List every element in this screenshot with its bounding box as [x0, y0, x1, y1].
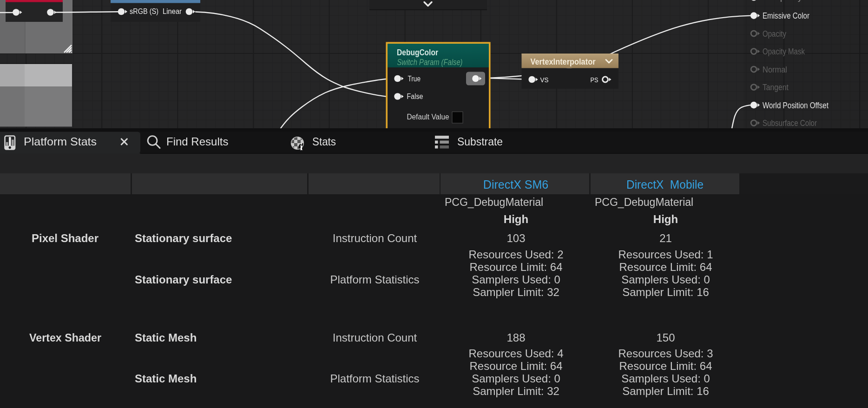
svg-text:Samplers Used: 0: Samplers Used: 0: [621, 273, 710, 286]
svg-text:Platform Stats: Platform Stats: [24, 135, 97, 148]
svg-text:World Position Offset: World Position Offset: [763, 101, 829, 110]
svg-text:Static Mesh: Static Mesh: [135, 331, 197, 344]
svg-text:PCG_DebugMaterial: PCG_DebugMaterial: [595, 196, 693, 208]
svg-text:Linear: Linear: [163, 7, 182, 16]
svg-text:Tangent: Tangent: [763, 83, 789, 92]
svg-text:Switch Param (False): Switch Param (False): [397, 58, 463, 67]
svg-text:sRGB (S): sRGB (S): [130, 7, 158, 16]
svg-text:188: 188: [506, 331, 525, 344]
svg-text:Sampler Limit: 16: Sampler Limit: 16: [622, 385, 709, 397]
svg-text:Opacity: Opacity: [774, 0, 802, 2]
svg-text:PCG_DebugMaterial: PCG_DebugMaterial: [445, 196, 543, 208]
svg-text:High: High: [653, 213, 678, 225]
svg-text:Resource Limit: 64: Resource Limit: 64: [469, 360, 562, 372]
svg-text:Stationary surface: Stationary surface: [135, 273, 232, 286]
svg-text:Normal: Normal: [763, 65, 787, 74]
svg-text:Samplers Used: 0: Samplers Used: 0: [472, 372, 560, 385]
svg-text:Resources Used: 3: Resources Used: 3: [618, 347, 713, 360]
svg-text:Samplers Used: 0: Samplers Used: 0: [472, 273, 560, 286]
svg-text:Opacity Mask: Opacity Mask: [763, 47, 805, 56]
svg-text:Subsurface Color: Subsurface Color: [763, 118, 817, 128]
svg-text:Sampler Limit: 32: Sampler Limit: 32: [473, 286, 559, 298]
svg-text:Resource Limit: 64: Resource Limit: 64: [619, 261, 712, 273]
svg-text:True: True: [408, 75, 421, 83]
svg-text:False: False: [407, 92, 423, 100]
svg-text:21: 21: [659, 232, 672, 244]
svg-text:Sampler Limit: 32: Sampler Limit: 32: [473, 385, 559, 397]
svg-text:VertexInterpolator: VertexInterpolator: [531, 57, 596, 66]
svg-text:Resource Limit: 64: Resource Limit: 64: [619, 360, 712, 372]
svg-text:Emissive Color: Emissive Color: [763, 11, 809, 20]
svg-text:DirectX Mobile: DirectX Mobile: [626, 178, 704, 191]
svg-text:Substrate: Substrate: [457, 135, 503, 148]
svg-text:Samplers Used: 0: Samplers Used: 0: [621, 372, 710, 385]
svg-text:Stats: Stats: [312, 135, 336, 148]
svg-text:Platform Statistics: Platform Statistics: [330, 273, 419, 286]
svg-text:Static Mesh: Static Mesh: [135, 372, 197, 385]
svg-text:Sampler Limit: 16: Sampler Limit: 16: [622, 286, 709, 298]
svg-text:Find Results: Find Results: [166, 135, 228, 148]
svg-text:DirectX SM6: DirectX SM6: [483, 178, 548, 191]
svg-text:Platform Statistics: Platform Statistics: [330, 372, 419, 385]
svg-text:Opacity: Opacity: [763, 29, 786, 39]
svg-text:Resources Used: 4: Resources Used: 4: [468, 347, 563, 360]
svg-text:Instruction Count: Instruction Count: [333, 331, 417, 344]
svg-text:High: High: [504, 213, 528, 225]
svg-text:DebugColor: DebugColor: [397, 47, 438, 57]
svg-text:Default Value: Default Value: [407, 112, 449, 121]
svg-text:Resources Used: 2: Resources Used: 2: [468, 248, 563, 261]
svg-text:VS: VS: [540, 76, 549, 84]
svg-text:Vertex Shader: Vertex Shader: [29, 331, 101, 344]
svg-text:Resources Used: 1: Resources Used: 1: [618, 248, 713, 261]
svg-text:150: 150: [656, 331, 675, 344]
svg-text:Stationary surface: Stationary surface: [135, 232, 232, 244]
svg-text:Pixel Shader: Pixel Shader: [32, 232, 99, 244]
svg-text:PS: PS: [591, 76, 598, 84]
svg-text:i: i: [300, 141, 303, 152]
svg-text:103: 103: [506, 232, 525, 244]
svg-text:Instruction Count: Instruction Count: [333, 232, 417, 244]
svg-text:Resource Limit: 64: Resource Limit: 64: [469, 261, 562, 273]
